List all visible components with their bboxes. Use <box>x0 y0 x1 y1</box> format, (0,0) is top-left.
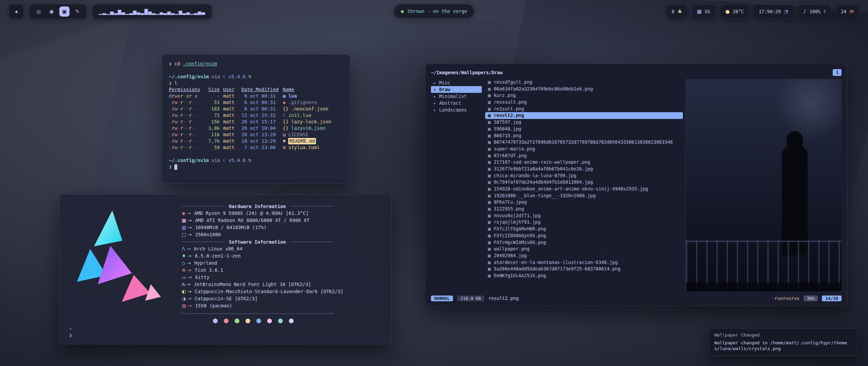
file-item[interactable]: ▦ FXfcII0X0AQyn9X.png <box>485 232 683 239</box>
image-file-icon: ▦ <box>488 126 491 133</box>
ls-file-row: drwxr-xr-x - matt 6 oct 00:31 ▣ lua <box>169 93 343 99</box>
file-date: 26 oct 15:17 <box>241 119 279 125</box>
info-icon: ◈ → <box>182 210 191 217</box>
file-item[interactable]: ▦ 8FKa7Cu.jpeg <box>485 199 683 206</box>
file-item[interactable]: ▦ 0c794faf07de24a4db4d4fb1eb813964.jpg <box>485 179 683 186</box>
prompt-symbol: ❯ <box>169 61 172 67</box>
terminal-window[interactable]: ❯ cd .config/nvim ~/.config/nvim via ☾ v… <box>162 54 350 184</box>
file-date: 7 oct 23:06 <box>241 144 279 151</box>
workspace-button[interactable]: ◎ <box>34 6 44 17</box>
status-module[interactable]: ● 26°C <box>720 4 749 19</box>
preview-silhouette <box>782 143 808 255</box>
file-name: 8FKa7Cu.jpeg <box>494 199 527 206</box>
file-item[interactable]: ▦ 19201080-__blue-tinge__-1920×1080.jpg <box>485 192 683 199</box>
file-item[interactable]: ▦ EeNKYgIUcAAJ5JX.png <box>485 272 683 279</box>
workspace-button[interactable]: ◉ <box>46 6 57 17</box>
file-item[interactable]: ▦ 217167-sad-anime-rain-wallpaper.png <box>485 159 683 166</box>
file-item[interactable]: ▦ atardecer-en-la-montanas-ilustracion-6… <box>485 259 683 266</box>
image-file-icon: ▦ <box>488 152 491 159</box>
file-manager-window[interactable]: ~/Imagenes/Wallpapers/Draw 1 ▸ Misc ▾ Dr… <box>425 64 847 306</box>
file-item[interactable]: ▦ 20492984.jpg <box>485 252 683 259</box>
file-item[interactable]: ▦ rsjqojlmjhf91.jpg <box>485 219 683 226</box>
file-item[interactable]: ▦ nnvuv0xj2df71.jpg <box>485 212 683 219</box>
status-module[interactable]: 17:50:29 ◔ <box>753 4 794 19</box>
status-module[interactable]: ▦ US <box>692 4 716 19</box>
directory-item[interactable]: ▸ Minimalist <box>431 93 482 100</box>
file-item[interactable]: ▦ 08a634fa02a32364f69ebc86a98eb1eb.png <box>485 86 683 93</box>
file-type-icon: {} <box>283 119 289 125</box>
info-line: ◐ → Catppuccin-Macchiato-Standard-Lavend… <box>182 288 382 295</box>
file-item[interactable]: ▦ 5a266e448add93deab367d87173e9f25-68378… <box>485 266 683 272</box>
file-size: 59 <box>205 144 220 151</box>
directory-pane: ▸ Misc ▾ Draw ▸ Minimalist ▸ Abstract <box>431 79 482 291</box>
visualizer-bars: ▁▂▁▄▂▆▃▁▂▅▃▂▇▄▂▁▃▂▄▂▁▅▂▃▁▂▄▃ <box>99 5 205 18</box>
file-owner: matt <box>223 112 238 119</box>
file-owner: matt <box>223 106 238 112</box>
preview-floor <box>686 283 842 291</box>
file-permissions: -rwxrwxrwx <box>772 296 799 301</box>
launcher-button[interactable]: ➤ <box>9 4 24 19</box>
media-player-module[interactable]: ◉ thrown - on the verge <box>394 4 474 18</box>
file-item[interactable]: ▦ wallpaper.png <box>485 246 683 252</box>
file-item[interactable]: ▦ FXfcJlTXgAMvH6R.png <box>485 226 683 232</box>
file-item[interactable]: ▦ 3122955.png <box>485 206 683 212</box>
ls-header-size: Size <box>205 86 220 93</box>
file-type-icon: {} <box>283 125 289 131</box>
palette-dot <box>224 319 229 323</box>
info-icon: ≋ → <box>182 267 191 274</box>
file-item[interactable]: ▦ 587597.jpg <box>485 119 683 126</box>
folder-icon: ▾ <box>433 86 436 93</box>
workspace-button[interactable]: ▣ <box>59 6 70 17</box>
info-text: AMD ATI Radeon RX 6800/6800 XT / 6900 XT <box>195 217 309 224</box>
fetch-terminal-window[interactable]: Hardware Information ◈ → AMD Ryzen 9 590… <box>59 194 392 344</box>
info-icon: ◑ → <box>182 295 191 302</box>
file-item[interactable]: ▦ ressdfgult.png <box>485 79 683 86</box>
file-size: 183 <box>205 106 220 112</box>
notification-popup[interactable]: Wallpaper Changed Wallpaper changed to /… <box>709 328 858 356</box>
command: l <box>174 80 177 86</box>
image-file-icon: ▦ <box>488 226 491 232</box>
file-item[interactable]: ▦ super-mario.png <box>485 146 683 152</box>
workspaces: ◎ ◉ ▣ ✎ <box>29 4 87 19</box>
tab-count-badge[interactable]: 1 <box>833 69 842 76</box>
file-name: resssult.png <box>494 99 527 106</box>
file-name: 596848.jpg <box>494 126 521 133</box>
directory-item[interactable]: ▸ Misc <box>431 79 482 86</box>
command: cd <box>174 61 180 67</box>
folder-icon: ▸ <box>433 106 436 113</box>
file-item[interactable]: ▦ 154928-odinokoe_anime-art-anime-okno-s… <box>485 186 683 192</box>
file-item[interactable]: ▦ 866715.png <box>485 133 683 139</box>
status-module[interactable]: 0 ♣ <box>666 4 688 19</box>
file-item[interactable]: ▦ 3126f7e9bbf21a8a4af0b67b041c6e26.jpg <box>485 166 683 172</box>
status-module[interactable]: ♪ 100% ♯ <box>798 4 831 19</box>
directory-item[interactable]: ▾ Draw <box>431 86 482 93</box>
workspace-button[interactable]: ✎ <box>72 6 82 17</box>
file-type-icon: ☾ <box>283 112 285 119</box>
directory-item[interactable]: ▸ Landscapes <box>431 106 482 113</box>
directory-name: Landscapes <box>439 106 467 113</box>
file-permissions: .rw-r--r-- <box>169 138 201 144</box>
image-file-icon: ▦ <box>488 232 491 239</box>
file-item[interactable]: ▦ 87r687df.png <box>485 152 683 159</box>
info-text: 6.5.8-zen1-1-zen <box>195 252 241 260</box>
file-name: 5a266e448add93deab367d87173e9f25-6837886… <box>494 266 620 272</box>
file-item[interactable]: ▦ 596848.jpg <box>485 126 683 133</box>
image-file-icon: ▦ <box>488 139 491 146</box>
file-item[interactable]: ▦ kurz.png <box>485 92 683 99</box>
file-item[interactable]: ▦ 68747470733a2f2f696d616765732d7769786d… <box>485 139 683 146</box>
file-name: wallpaper.png <box>494 246 530 252</box>
status-module[interactable]: 24 ✉ <box>835 4 859 19</box>
audio-visualizer[interactable]: ▁▂▁▄▂▆▃▁▂▅▃▂▇▄▂▁▃▂▄▂▁▅▂▃▁▂▄▃ <box>92 4 212 19</box>
image-file-icon: ▦ <box>488 86 491 93</box>
file-item[interactable]: ▦ chica-mirando-la-luna-8799.jpg <box>485 172 683 179</box>
file-item[interactable]: ▦ result2.png <box>485 112 683 119</box>
bar-left-cluster: ➤ ◎ ◉ ▣ ✎ ▁▂▁▄▂▆▃▁▂▅▃▂▇▄▂▁▃ <box>9 4 212 19</box>
file-date: 6 oct 00:31 <box>241 106 279 112</box>
file-name: LICENSE <box>288 131 308 138</box>
terminal-input-line[interactable]: ❯ <box>169 164 343 170</box>
file-item[interactable]: ▦ re1sult.png <box>485 106 683 113</box>
file-item[interactable]: ▦ FXfcHgcWIAMzs0G.png <box>485 239 683 246</box>
directory-item[interactable]: ▸ Abstract <box>431 100 482 106</box>
file-item[interactable]: ▦ resssult.png <box>485 99 683 106</box>
module-left-icon: ♪ <box>803 8 807 15</box>
